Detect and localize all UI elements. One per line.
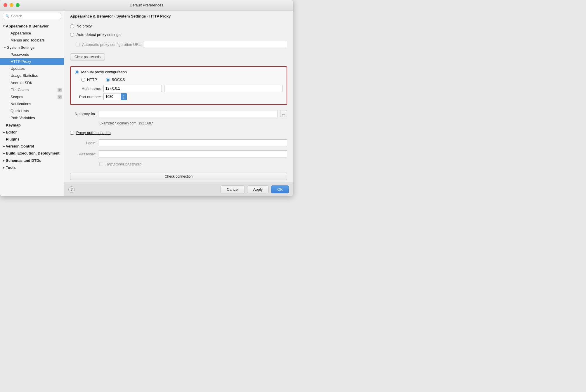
- search-input[interactable]: [11, 14, 58, 18]
- sidebar-item-tools[interactable]: ▶ Tools: [0, 164, 64, 171]
- host-name-input[interactable]: [103, 85, 162, 92]
- example-text: Example: *.domain.com, 192.168.*: [99, 121, 287, 125]
- main-content: 🔍 ▼ Appearance & Behavior Appearance Men…: [0, 11, 293, 196]
- no-proxy-for-label: No proxy for:: [70, 112, 96, 116]
- remember-password-label[interactable]: Remember password: [105, 162, 142, 166]
- sidebar-label-editor: Editor: [6, 130, 62, 135]
- sidebar-item-notifications[interactable]: Notifications: [0, 100, 64, 107]
- window-title: Default Preferences: [130, 3, 163, 7]
- auto-proxy-url-input[interactable]: [144, 41, 287, 48]
- port-number-input[interactable]: [103, 93, 121, 100]
- sidebar-item-keymap[interactable]: Keymap: [0, 122, 64, 129]
- sidebar-item-editor[interactable]: ▶ Editor: [0, 129, 64, 136]
- sidebar-item-version-control[interactable]: ▶ Version Control: [0, 143, 64, 150]
- sidebar-item-plugins[interactable]: Plugins: [0, 136, 64, 143]
- sidebar-label-http-proxy: HTTP Proxy: [11, 59, 62, 64]
- http-radio[interactable]: [81, 78, 85, 82]
- no-proxy-label[interactable]: No proxy: [77, 24, 92, 28]
- password-input[interactable]: [99, 150, 287, 157]
- http-socks-row: HTTP SOCKS: [81, 77, 282, 83]
- sidebar-label-appearance: Appearance: [11, 31, 62, 36]
- auto-detect-radio[interactable]: [70, 33, 74, 37]
- search-box[interactable]: 🔍: [3, 13, 61, 19]
- sidebar-label-notifications: Notifications: [11, 101, 62, 107]
- remember-password-checkbox[interactable]: [99, 162, 103, 166]
- sidebar-item-scopes[interactable]: Scopes ⚙: [0, 93, 64, 100]
- manual-proxy-header: Manual proxy configuration: [75, 70, 282, 74]
- spin-down-arrow: ▼: [123, 97, 125, 99]
- login-label: Login:: [70, 141, 96, 145]
- sidebar-item-passwords[interactable]: Passwords: [0, 51, 64, 58]
- auto-proxy-url-checkbox[interactable]: [76, 43, 80, 46]
- sidebar-label-plugins: Plugins: [6, 137, 62, 142]
- sidebar-item-android-sdk[interactable]: Android SDK: [0, 79, 64, 86]
- minimize-button[interactable]: [10, 3, 13, 7]
- sidebar-item-appearance[interactable]: Appearance: [0, 30, 64, 37]
- sidebar-label-keymap: Keymap: [6, 123, 62, 128]
- cancel-button[interactable]: Cancel: [221, 185, 245, 193]
- sidebar-item-usage-statistics[interactable]: Usage Statistics: [0, 72, 64, 79]
- sidebar-item-file-colors[interactable]: File Colors ⚙: [0, 86, 64, 93]
- sidebar-item-menus-toolbars[interactable]: Menus and Toolbars: [0, 37, 64, 44]
- no-proxy-for-browse-button[interactable]: …: [280, 110, 287, 117]
- ok-button[interactable]: OK: [271, 185, 289, 193]
- apply-button[interactable]: Apply: [247, 185, 269, 193]
- manual-proxy-radio[interactable]: [75, 70, 79, 74]
- auto-detect-label[interactable]: Auto-detect proxy settings: [77, 32, 120, 37]
- port-spinner[interactable]: ▲ ▼: [121, 93, 127, 100]
- help-button[interactable]: ?: [68, 186, 75, 193]
- sidebar-item-updates[interactable]: Updates: [0, 65, 64, 72]
- http-label[interactable]: HTTP: [87, 77, 97, 82]
- host-name-wide-input[interactable]: [164, 85, 282, 92]
- expand-arrow: ▶: [2, 130, 6, 134]
- sidebar-tree: ▼ Appearance & Behavior Appearance Menus…: [0, 22, 64, 172]
- sidebar-label-path-variables: Path Variables: [11, 115, 62, 121]
- sidebar-label-updates: Updates: [11, 66, 62, 71]
- socks-label[interactable]: SOCKS: [112, 77, 125, 82]
- bottom-bar: ? Cancel Apply OK: [64, 183, 293, 196]
- expand-arrow: ▶: [2, 151, 6, 155]
- sidebar-item-path-variables[interactable]: Path Variables: [0, 115, 64, 122]
- sidebar-item-system-settings[interactable]: ▼ System Settings: [0, 44, 64, 51]
- host-name-label: Host name:: [75, 86, 101, 91]
- close-button[interactable]: [4, 3, 7, 7]
- sidebar-label-menus-toolbars: Menus and Toolbars: [11, 38, 62, 43]
- password-label: Password:: [70, 152, 96, 156]
- bottom-actions: Cancel Apply OK: [221, 185, 289, 193]
- sidebar-label-schemas-dtds: Schemas and DTDs: [6, 158, 62, 163]
- manual-proxy-box: Manual proxy configuration HTTP SOCKS: [70, 66, 287, 105]
- auto-proxy-url-row: Automatic proxy configuration URL:: [76, 41, 287, 48]
- expand-arrow: ▶: [2, 166, 6, 170]
- sidebar-item-schemas-dtds[interactable]: ▶ Schemas and DTDs: [0, 157, 64, 164]
- socks-radio[interactable]: [106, 78, 110, 82]
- proxy-auth-checkbox[interactable]: [70, 131, 74, 135]
- no-proxy-row: No proxy: [70, 24, 287, 28]
- no-proxy-radio[interactable]: [70, 24, 74, 28]
- sidebar-item-quick-lists[interactable]: Quick Lists: [0, 107, 64, 115]
- clear-passwords-button[interactable]: Clear passwords: [70, 53, 105, 60]
- sidebar-item-http-proxy[interactable]: HTTP Proxy: [0, 58, 64, 65]
- http-radio-row: HTTP: [81, 77, 97, 82]
- port-number-row: Port number: ▲ ▼: [75, 93, 282, 100]
- scopes-badge: ⚙: [58, 95, 62, 99]
- sidebar-label-passwords: Passwords: [11, 52, 62, 57]
- no-proxy-for-input[interactable]: [99, 110, 278, 117]
- remember-password-row: Remember password: [99, 162, 287, 166]
- sidebar-item-appearance-behavior[interactable]: ▼ Appearance & Behavior: [0, 23, 64, 30]
- sidebar-label-build-execution: Build, Execution, Deployment: [6, 151, 62, 156]
- proxy-auth-label[interactable]: Proxy authentication: [76, 131, 111, 135]
- collapse-arrow: ▼: [3, 46, 7, 50]
- right-panel: Appearance & Behavior › System Settings …: [64, 11, 293, 196]
- file-colors-badge: ⚙: [58, 88, 62, 92]
- sidebar: 🔍 ▼ Appearance & Behavior Appearance Men…: [0, 11, 64, 196]
- login-row: Login:: [70, 139, 287, 146]
- login-input[interactable]: [99, 139, 287, 146]
- sidebar-label-version-control: Version Control: [6, 144, 62, 149]
- maximize-button[interactable]: [16, 3, 20, 7]
- sidebar-label-system-settings: System Settings: [7, 45, 62, 50]
- sidebar-label-appearance-behavior: Appearance & Behavior: [6, 24, 62, 29]
- sidebar-item-build-execution[interactable]: ▶ Build, Execution, Deployment: [0, 150, 64, 157]
- manual-proxy-label[interactable]: Manual proxy configuration: [81, 70, 127, 74]
- check-connection-button[interactable]: Check connection: [70, 173, 287, 180]
- remember-password-underline-label: Remember password: [105, 162, 142, 166]
